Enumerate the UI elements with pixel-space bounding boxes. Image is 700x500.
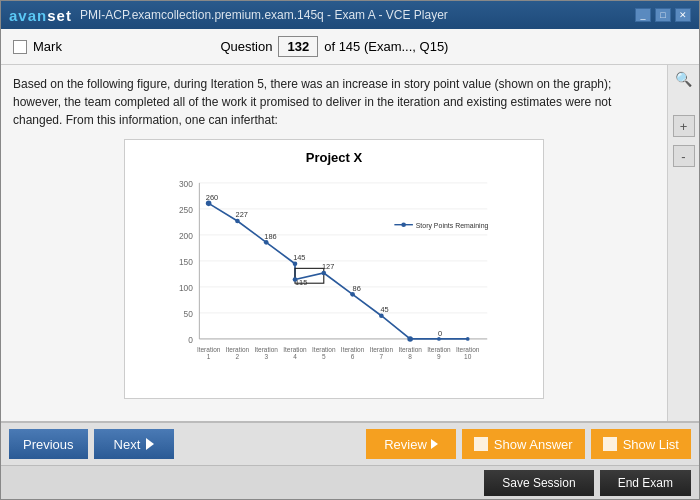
svg-point-50 [293, 277, 298, 282]
svg-text:2: 2 [236, 353, 240, 360]
svg-point-47 [235, 219, 240, 224]
show-answer-icon [474, 437, 488, 451]
svg-text:9: 9 [437, 353, 441, 360]
svg-text:300: 300 [179, 179, 193, 189]
svg-point-53 [379, 313, 384, 318]
svg-text:250: 250 [179, 205, 193, 215]
svg-point-55 [437, 337, 441, 341]
svg-text:145: 145 [293, 253, 305, 262]
window-title: PMI-ACP.examcollection.premium.exam.145q… [80, 8, 448, 22]
show-list-button[interactable]: Show List [591, 429, 691, 459]
next-arrow-icon [146, 438, 154, 450]
svg-text:200: 200 [179, 231, 193, 241]
question-area: Question 132 of 145 (Exam..., Q15) [220, 36, 448, 57]
svg-text:Iteration: Iteration [283, 346, 307, 353]
logo: avanset [9, 7, 72, 24]
zoom-out-button[interactable]: - [673, 145, 695, 167]
svg-point-46 [206, 201, 212, 207]
review-arrow-icon [431, 439, 438, 449]
svg-point-54 [407, 336, 413, 342]
svg-text:8: 8 [408, 353, 412, 360]
svg-point-52 [350, 292, 355, 297]
window-controls[interactable]: _ □ ✕ [635, 8, 691, 22]
save-session-button[interactable]: Save Session [484, 470, 593, 496]
mark-area: Mark [13, 39, 62, 54]
review-button[interactable]: Review [366, 429, 456, 459]
svg-text:Iteration: Iteration [197, 346, 221, 353]
svg-text:227: 227 [236, 210, 248, 219]
question-number: 132 [278, 36, 318, 57]
svg-text:5: 5 [322, 353, 326, 360]
main-window: avanset PMI-ACP.examcollection.premium.e… [0, 0, 700, 500]
chart-svg: 300 250 200 150 100 50 0 Iteration 1 Ite… [135, 169, 533, 364]
svg-text:4: 4 [293, 353, 297, 360]
svg-point-51 [321, 271, 326, 276]
question-total: of 145 (Exam..., Q15) [324, 39, 448, 54]
svg-text:Iteration: Iteration [427, 346, 451, 353]
svg-text:86: 86 [353, 284, 361, 293]
question-label: Question [220, 39, 272, 54]
bottom-bar: Previous Next Review Show Answer Show Li… [1, 421, 699, 465]
svg-text:260: 260 [206, 193, 218, 202]
svg-text:0: 0 [188, 335, 193, 345]
question-text: Based on the following figure, during It… [13, 75, 655, 129]
svg-text:Iteration: Iteration [312, 346, 336, 353]
chart-title: Project X [135, 150, 533, 165]
title-bar-left: avanset PMI-ACP.examcollection.premium.e… [9, 7, 448, 24]
next-button[interactable]: Next [94, 429, 175, 459]
svg-text:7: 7 [380, 353, 384, 360]
svg-text:Iteration: Iteration [254, 346, 278, 353]
svg-text:1: 1 [207, 353, 211, 360]
svg-text:3: 3 [264, 353, 268, 360]
title-bar: avanset PMI-ACP.examcollection.premium.e… [1, 1, 699, 29]
svg-text:Iteration: Iteration [226, 346, 250, 353]
mark-label: Mark [33, 39, 62, 54]
minimize-button[interactable]: _ [635, 8, 651, 22]
maximize-button[interactable]: □ [655, 8, 671, 22]
svg-text:6: 6 [351, 353, 355, 360]
toolbar: Mark Question 132 of 145 (Exam..., Q15) [1, 29, 699, 65]
svg-text:Iteration: Iteration [398, 346, 422, 353]
right-panel: 🔍 + - [667, 65, 699, 421]
search-icon[interactable]: 🔍 [675, 71, 692, 87]
chart-container: Project X 300 250 200 [124, 139, 544, 399]
bottom-bar2: Save Session End Exam [1, 465, 699, 499]
svg-text:186: 186 [264, 232, 276, 241]
svg-text:Iteration: Iteration [341, 346, 365, 353]
svg-text:100: 100 [179, 283, 193, 293]
svg-text:45: 45 [380, 305, 388, 314]
main-content: Based on the following figure, during It… [1, 65, 667, 421]
svg-text:127: 127 [322, 262, 334, 271]
svg-point-48 [264, 240, 269, 245]
svg-point-58 [401, 222, 406, 227]
svg-point-49 [293, 261, 298, 266]
mark-checkbox[interactable] [13, 40, 27, 54]
svg-point-56 [466, 337, 470, 341]
svg-text:0: 0 [438, 329, 442, 338]
show-answer-button[interactable]: Show Answer [462, 429, 585, 459]
show-list-icon [603, 437, 617, 451]
end-exam-button[interactable]: End Exam [600, 470, 691, 496]
svg-text:Story Points Remaining: Story Points Remaining [416, 222, 489, 230]
zoom-in-button[interactable]: + [673, 115, 695, 137]
previous-button[interactable]: Previous [9, 429, 88, 459]
svg-text:Iteration: Iteration [370, 346, 394, 353]
svg-text:Iteration: Iteration [456, 346, 480, 353]
svg-text:150: 150 [179, 257, 193, 267]
content-area: Based on the following figure, during It… [1, 65, 699, 421]
svg-text:10: 10 [464, 353, 472, 360]
close-button[interactable]: ✕ [675, 8, 691, 22]
svg-text:50: 50 [184, 309, 194, 319]
